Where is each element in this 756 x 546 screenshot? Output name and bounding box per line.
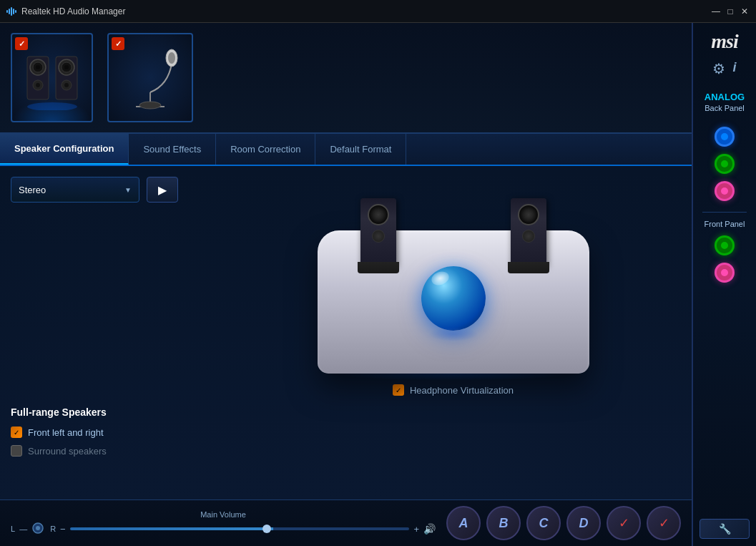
volume-plus-label: + (413, 524, 419, 535)
mic-icon (118, 42, 182, 114)
title-controls: — □ ✕ (710, 6, 750, 17)
audio-icon (6, 6, 17, 17)
right-speaker-tower[interactable] (511, 198, 546, 266)
profile-d-button[interactable]: D (566, 506, 601, 540)
jack-back-green[interactable] (715, 154, 735, 174)
volume-thumb[interactable] (262, 525, 271, 533)
cancel-button[interactable]: ✓ (647, 506, 681, 540)
volume-left-knob-icon (31, 522, 44, 535)
volume-section: Main Volume L — R − + (11, 510, 436, 536)
speaker-stage (303, 180, 604, 374)
mic-checkmark: ✓ (112, 37, 124, 50)
front-left-right-label: Front left and right (28, 427, 104, 438)
surround-speakers-row: Surround speakers (11, 445, 211, 457)
svg-rect-3 (13, 9, 14, 14)
speaker-icon (24, 46, 81, 110)
volume-row: L — R − + 🔊 (11, 522, 436, 536)
volume-slider[interactable] (70, 527, 410, 530)
center-content: ✓ Headphone Virtualization (225, 173, 681, 492)
tab-default-format[interactable]: Default Format (315, 134, 406, 165)
volume-minus-label: − (60, 524, 66, 535)
volume-right-label: R (50, 525, 56, 533)
dropdown-arrow-icon: ▼ (124, 186, 132, 194)
play-icon: ▶ (158, 183, 167, 197)
svg-point-22 (139, 102, 161, 109)
right-speaker-cone-small (522, 230, 535, 243)
play-button[interactable]: ▶ (147, 177, 178, 203)
restore-button[interactable]: □ (725, 6, 736, 17)
orb-reflection (428, 327, 478, 341)
volume-label: Main Volume (200, 510, 246, 519)
svg-rect-1 (9, 9, 10, 14)
tab-room-correction[interactable]: Room Correction (216, 134, 315, 165)
tabs-area: Speaker Configuration Sound Effects Room… (0, 134, 692, 166)
settings-wrench-button[interactable]: 🔧 (699, 519, 750, 539)
blue-orb (421, 266, 486, 331)
speaker-checkmark: ✓ (15, 37, 28, 50)
title-left: Realtek HD Audio Manager (6, 6, 125, 17)
svg-point-16 (64, 83, 69, 87)
gear-info-row: ⚙ i (712, 60, 736, 77)
gear-icon[interactable]: ⚙ (712, 60, 725, 77)
volume-left-icon: — (19, 525, 27, 533)
close-button[interactable]: ✕ (739, 6, 750, 17)
volume-speaker-icon: 🔊 (423, 523, 436, 535)
title-bar: Realtek HD Audio Manager — □ ✕ (0, 0, 756, 23)
stereo-dropdown[interactable]: Stereo ▼ (11, 177, 139, 203)
main-container: ✓ (0, 23, 756, 546)
content-area: Stereo ▼ ▶ Full-range Speakers ✓ Front l… (0, 166, 692, 499)
profile-buttons: A B C D ✓ ✓ (446, 506, 681, 540)
wrench-icon: 🔧 (719, 523, 731, 535)
jack-back-blue[interactable] (715, 127, 735, 147)
svg-point-8 (36, 65, 40, 69)
app-title: Realtek HD Audio Manager (21, 6, 125, 16)
surround-speakers-checkbox[interactable] (11, 445, 22, 457)
svg-rect-4 (15, 10, 16, 13)
speaker-widget[interactable]: ✓ (11, 33, 93, 122)
left-speaker-cone-small (372, 230, 385, 243)
left-speaker-cone-top (368, 204, 389, 225)
svg-point-24 (36, 526, 40, 530)
bottom-bar: Main Volume L — R − + (0, 499, 692, 546)
full-range-title: Full-range Speakers (11, 406, 211, 418)
full-range-speakers-section: Full-range Speakers ✓ Front left and rig… (11, 406, 211, 464)
tab-sound-effects[interactable]: Sound Effects (129, 134, 216, 165)
front-left-right-row: ✓ Front left and right (11, 426, 211, 438)
jack-front-pink[interactable] (715, 263, 735, 283)
profile-a-button[interactable]: A (446, 506, 481, 540)
profile-b-button[interactable]: B (486, 506, 521, 540)
svg-point-14 (64, 65, 69, 69)
tab-speaker-configuration[interactable]: Speaker Configuration (0, 134, 129, 165)
mic-widget[interactable]: ✓ (107, 33, 193, 122)
left-speaker-base (358, 262, 399, 273)
right-speaker-base (508, 262, 549, 273)
volume-left-label: L (11, 525, 15, 533)
svg-point-21 (168, 52, 175, 64)
back-panel-label: Back Panel (705, 104, 745, 112)
ok-button[interactable]: ✓ (607, 506, 641, 540)
svg-rect-0 (6, 10, 8, 13)
right-panel: msi ⚙ i ANALOG Back Panel Front Panel 🔧 (692, 23, 756, 546)
analog-title: ANALOG (705, 92, 745, 102)
ok-icon: ✓ (619, 515, 629, 531)
left-speaker-tower[interactable] (360, 198, 396, 266)
svg-rect-2 (11, 7, 12, 16)
jack-back-pink[interactable] (715, 181, 735, 201)
msi-logo: msi (711, 30, 737, 53)
headphone-virt-label: Headphone Virtualization (410, 385, 514, 396)
stereo-row: Stereo ▼ ▶ (11, 177, 211, 203)
panel-divider (702, 212, 747, 213)
headphone-virt-checkbox[interactable]: ✓ (393, 384, 404, 396)
header-area: ✓ (0, 23, 692, 134)
surround-speakers-label: Surround speakers (28, 446, 107, 457)
left-panel: ✓ (0, 23, 692, 546)
jack-front-green[interactable] (715, 235, 735, 255)
front-left-right-checkbox[interactable]: ✓ (11, 426, 22, 438)
minimize-button[interactable]: — (710, 6, 722, 17)
headphone-virtualization-row: ✓ Headphone Virtualization (393, 384, 514, 396)
info-icon[interactable]: i (732, 60, 736, 77)
profile-c-button[interactable]: C (526, 506, 561, 540)
left-content: Stereo ▼ ▶ Full-range Speakers ✓ Front l… (11, 173, 211, 492)
svg-point-17 (27, 102, 77, 110)
right-speaker-cone-top (518, 204, 539, 225)
